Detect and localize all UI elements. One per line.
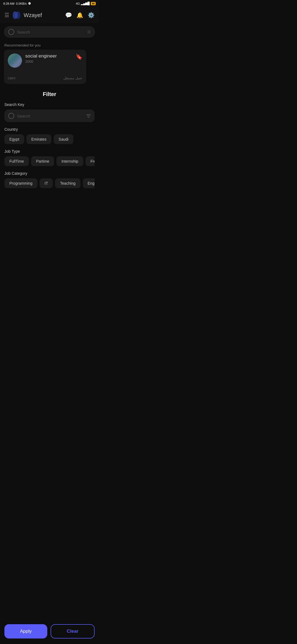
job-location: cairo	[8, 76, 15, 80]
notification-icon[interactable]: 🔔	[76, 12, 83, 18]
search-icon	[8, 29, 14, 35]
job-type-freelance[interactable]: FreeLance	[86, 156, 95, 166]
bookmark-icon[interactable]: 🔖	[76, 53, 82, 60]
country-chips: Egypt Emirates Saudi	[4, 134, 95, 144]
job-type-partime[interactable]: Partime	[31, 156, 54, 166]
job-info: social engineer 2000	[25, 53, 72, 64]
status-right: 4G ▂▄▆█ 86	[76, 2, 96, 5]
job-type-chips: FullTime Partime Internship FreeLance	[4, 156, 95, 166]
job-card[interactable]: social engineer 2000 🔖 cairo عمل مستقل	[4, 50, 86, 84]
filter-search-placeholder: Search	[17, 114, 84, 118]
app-header: ☰ Wzayef 💬 🔔 ⚙️	[0, 7, 99, 23]
recommended-title: Recommended for you	[0, 40, 99, 50]
filter-panel: Filter Search Key Search Country Egypt E…	[0, 87, 99, 188]
signal-icon: 4G	[76, 2, 80, 5]
job-avatar	[8, 53, 22, 68]
job-category-engineering[interactable]: Engineering	[83, 178, 95, 188]
filter-title: Filter	[4, 91, 95, 97]
job-type-fulltime[interactable]: FullTime	[4, 156, 29, 166]
status-network: 0.0KB/s	[16, 2, 27, 5]
settings-icon[interactable]: ⚙️	[88, 12, 95, 18]
job-salary: 2000	[25, 59, 72, 64]
job-category-teaching[interactable]: Teaching	[55, 178, 80, 188]
status-bar: 8:28 AM 0.0KB/s 🅟 4G ▂▄▆█ 86	[0, 0, 99, 7]
app-logo	[12, 10, 21, 20]
app-name: Wzayef	[24, 12, 63, 18]
status-time: 8:28 AM	[3, 2, 14, 5]
wifi-bars: ▂▄▆█	[81, 2, 90, 5]
chat-icon[interactable]: 💬	[65, 12, 72, 18]
search-key-label: Search Key	[4, 102, 95, 107]
job-cards-scroll: social engineer 2000 🔖 cairo عمل مستقل	[0, 50, 99, 87]
filter-adjust-icon-top[interactable]: ⊟	[87, 30, 91, 34]
country-chip-emirates[interactable]: Emirates	[26, 134, 51, 144]
svg-point-2	[15, 12, 18, 18]
job-category-programming[interactable]: Programming	[4, 178, 37, 188]
job-category-it[interactable]: IT	[40, 178, 53, 188]
job-type-internship[interactable]: Internship	[56, 156, 83, 166]
country-chip-saudi[interactable]: Saudi	[54, 134, 73, 144]
menu-icon[interactable]: ☰	[4, 12, 9, 18]
job-type-arabic: عمل مستقل	[63, 76, 82, 80]
job-type-label: Job Type	[4, 149, 95, 154]
filter-search-icon	[8, 113, 14, 119]
top-search-bar[interactable]: Search ⊟	[4, 26, 95, 38]
header-actions: 💬 🔔 ⚙️	[65, 12, 95, 18]
job-category-chips: Programming IT Teaching Engineering	[4, 178, 95, 188]
job-category-label: Job Category	[4, 171, 95, 176]
job-title: social engineer	[25, 53, 72, 59]
job-card-top: social engineer 2000 🔖	[8, 53, 82, 68]
search-placeholder-top: Search	[17, 30, 85, 34]
country-chip-egypt[interactable]: Egypt	[4, 134, 24, 144]
status-left: 8:28 AM 0.0KB/s 🅟	[3, 2, 31, 5]
filter-search-bar[interactable]: Search	[4, 110, 95, 122]
battery-indicator: 86	[91, 2, 96, 5]
job-card-bottom: cairo عمل مستقل	[8, 76, 82, 80]
filter-adjust-icon	[86, 114, 91, 118]
country-label: Country	[4, 127, 95, 132]
